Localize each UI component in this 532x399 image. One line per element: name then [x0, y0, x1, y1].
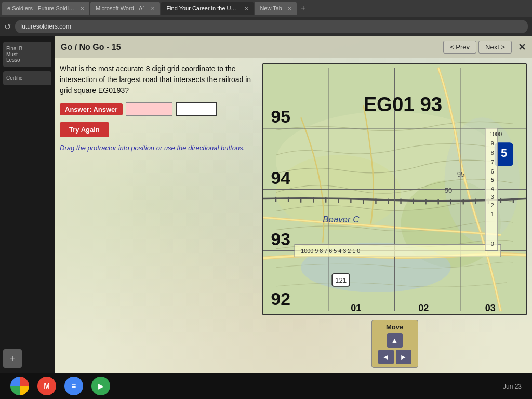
taskbar: M ≡ ▶ Jun 23: [0, 373, 532, 399]
question-text: What is the most accurate 8 digit grid c…: [60, 63, 257, 96]
svg-text:1: 1: [491, 211, 494, 217]
tab-word[interactable]: Microsoft Word - A1 ✕: [90, 2, 160, 15]
sidebar: Final BMustLesso Certific +: [0, 36, 55, 373]
quiz-title: Go / No Go - 15: [61, 43, 121, 52]
map-svg: 5 121: [263, 64, 526, 314]
nav-buttons: < Prev Next > ✕: [443, 41, 526, 54]
taskbar-media-icon[interactable]: ▶: [91, 377, 110, 395]
svg-text:50: 50: [445, 187, 453, 194]
svg-text:95: 95: [457, 170, 465, 178]
svg-text:6: 6: [491, 168, 494, 175]
map-coord-01: 01: [351, 303, 361, 313]
sidebar-item-final: Final BMustLesso: [3, 42, 51, 67]
svg-text:4: 4: [491, 185, 494, 192]
answer-input-1[interactable]: [126, 102, 172, 116]
map-coord-93: 93: [271, 230, 290, 249]
svg-text:1000 9 8 7 6 5 4 3 2 1 0: 1000 9 8 7 6 5 4 3 2 1 0: [301, 248, 360, 254]
sidebar-add-button[interactable]: +: [3, 349, 22, 368]
answer-label: Answer: Answer: [60, 103, 123, 115]
map-place-name: Beaver C: [323, 215, 360, 224]
map-coord-92: 92: [271, 289, 290, 309]
next-button[interactable]: Next >: [478, 41, 512, 54]
move-up-button[interactable]: ▲: [387, 333, 403, 348]
svg-text:7: 7: [491, 159, 494, 165]
svg-text:121: 121: [335, 276, 347, 284]
move-left-button[interactable]: ◄: [378, 350, 394, 364]
taskbar-datetime: Jun 23: [503, 381, 522, 391]
quiz-panel: Go / No Go - 15 < Prev Next > ✕ What is …: [55, 36, 532, 373]
svg-text:2: 2: [491, 202, 494, 208]
map-coord-02: 02: [418, 303, 429, 313]
svg-text:5: 5: [501, 147, 507, 159]
map-container: 5 121: [262, 63, 527, 315]
taskbar-gmail-icon[interactable]: M: [37, 377, 56, 395]
move-lr-row: ◄ ►: [378, 350, 411, 364]
svg-text:8: 8: [491, 150, 494, 156]
try-again-button[interactable]: Try Again: [60, 122, 109, 137]
map-coord-03: 03: [485, 303, 496, 313]
browser-bar: e Soldiers - Future Soldiers ✕ Microsoft…: [0, 0, 532, 36]
svg-text:1000: 1000: [489, 131, 502, 137]
svg-text:3: 3: [491, 194, 494, 200]
taskbar-docs-icon[interactable]: ≡: [64, 377, 83, 395]
taskbar-chrome-icon[interactable]: [10, 377, 29, 395]
map-coord-94: 94: [271, 168, 290, 188]
drag-hint: Drag the protractor into position or use…: [60, 143, 257, 153]
taskbar-icons: M ≡ ▶: [10, 377, 110, 395]
svg-text:5: 5: [491, 177, 494, 183]
close-button[interactable]: ✕: [518, 42, 526, 53]
address-row: ↺ futuresoldiers.com: [0, 17, 532, 36]
move-label: Move: [386, 323, 403, 331]
main-content: Final BMustLesso Certific + Go / No Go -…: [0, 36, 532, 373]
map-coord-95: 95: [271, 107, 290, 126]
tab-close-career[interactable]: ✕: [244, 6, 248, 11]
title-bar: Go / No Go - 15 < Prev Next > ✕: [55, 36, 532, 58]
sidebar-item-certific: Certific: [3, 71, 51, 85]
quiz-body: What is the most accurate 8 digit grid c…: [55, 58, 532, 373]
prev-button[interactable]: < Prev: [443, 41, 476, 54]
svg-text:0: 0: [491, 241, 494, 247]
answer-input-2[interactable]: [176, 102, 217, 116]
tab-newtab[interactable]: New Tab ✕: [255, 2, 297, 15]
browser-chrome: e Soldiers - Future Soldiers ✕ Microsoft…: [0, 0, 532, 36]
back-button[interactable]: ↺: [4, 22, 11, 32]
move-right-button[interactable]: ►: [396, 350, 411, 364]
tab-close-word[interactable]: ✕: [151, 6, 155, 11]
tab-career[interactable]: Find Your Career in the U.S. A... ✕: [161, 2, 254, 15]
map-grid-header: EG01 93: [363, 93, 442, 115]
svg-text:9: 9: [491, 140, 494, 147]
tab-close-soldiers[interactable]: ✕: [80, 6, 84, 11]
tabs-row: e Soldiers - Future Soldiers ✕ Microsoft…: [0, 0, 532, 17]
question-area: What is the most accurate 8 digit grid c…: [60, 63, 257, 368]
map-area: 5 121: [262, 63, 527, 368]
new-tab-button[interactable]: +: [298, 4, 309, 13]
answer-row: Answer: Answer: [60, 102, 257, 116]
address-bar[interactable]: futuresoldiers.com: [15, 20, 528, 33]
tab-soldiers[interactable]: e Soldiers - Future Soldiers ✕: [2, 2, 89, 15]
tab-close-newtab[interactable]: ✕: [287, 6, 291, 11]
move-control: Move ▲ ◄ ►: [371, 320, 418, 368]
